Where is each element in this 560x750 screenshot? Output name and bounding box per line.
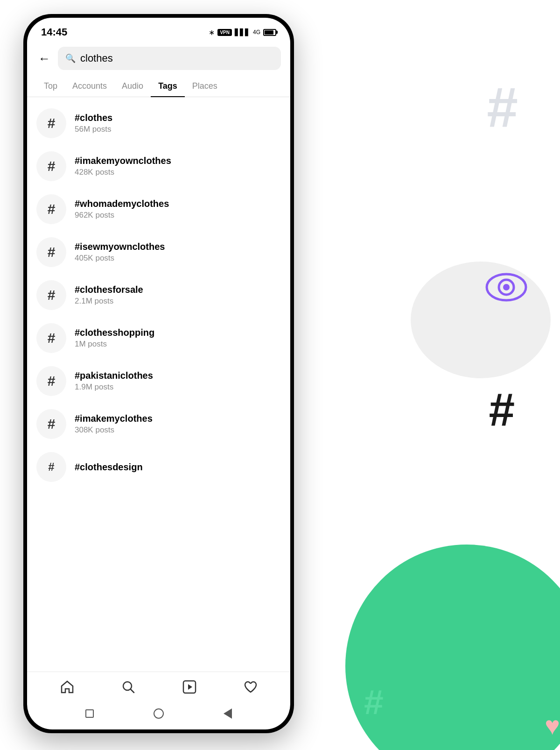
system-navigation	[27, 701, 290, 729]
hash-symbol: #	[48, 201, 56, 217]
tag-info-8: #clothesdesign	[75, 462, 281, 473]
tag-name-4: #clothesforsale	[75, 284, 281, 295]
tag-item-0[interactable]: # #clothes 56M posts	[27, 102, 290, 145]
tag-info-7: #imakemyclothes 308K posts	[75, 413, 281, 435]
tag-item-8[interactable]: # #clothesdesign	[27, 446, 290, 488]
tag-name-1: #imakemyownclothes	[75, 156, 281, 166]
decorative-blob	[411, 262, 551, 378]
tag-item-4[interactable]: # #clothesforsale 2.1M posts	[27, 274, 290, 317]
hash-symbol: #	[48, 287, 56, 303]
bluetooth-icon: ∗	[209, 28, 215, 37]
tag-info-6: #pakistaniclothes 1.9M posts	[75, 370, 281, 392]
tag-name-5: #clothesshopping	[75, 327, 281, 338]
decorative-eye-icon	[485, 271, 527, 305]
tag-info-0: #clothes 56M posts	[75, 113, 281, 134]
tab-audio[interactable]: Audio	[114, 76, 151, 97]
tag-count-1: 428K posts	[75, 168, 281, 177]
decorative-green-circle: ♥ #	[345, 545, 560, 750]
nav-home-button[interactable]	[60, 679, 75, 698]
network-icon: 4G	[253, 29, 260, 35]
tag-icon-7: #	[36, 409, 66, 439]
battery-icon	[263, 29, 276, 36]
tag-info-1: #imakemyownclothes 428K posts	[75, 156, 281, 177]
tag-count-7: 308K posts	[75, 425, 281, 435]
tag-info-5: #clothesshopping 1M posts	[75, 327, 281, 349]
decorative-hash-green: #	[364, 682, 434, 722]
phone-frame: 14:45 ∗ VPN ▋▋▋ 4G ← 🔍 clothes	[23, 14, 294, 733]
status-time: 14:45	[41, 26, 67, 38]
svg-point-1	[499, 280, 514, 295]
tag-item-6[interactable]: # #pakistaniclothes 1.9M posts	[27, 360, 290, 403]
hash-symbol: #	[48, 244, 56, 260]
tag-name-0: #clothes	[75, 113, 281, 123]
svg-line-4	[131, 689, 134, 693]
system-home-button[interactable]	[152, 707, 165, 720]
nav-activity-button[interactable]	[243, 679, 258, 698]
tag-icon-2: #	[36, 194, 66, 224]
tag-count-0: 56M posts	[75, 125, 281, 134]
svg-point-0	[487, 274, 526, 300]
hash-symbol: #	[48, 373, 56, 389]
decorative-hash-light: #	[487, 75, 513, 139]
tag-item-1[interactable]: # #imakemyownclothes 428K posts	[27, 145, 290, 188]
search-tabs: Top Accounts Audio Tags Places	[27, 76, 290, 97]
hash-symbol: #	[48, 416, 56, 432]
tag-icon-4: #	[36, 280, 66, 310]
vpn-badge: VPN	[217, 29, 232, 36]
phone-mockup: 14:45 ∗ VPN ▋▋▋ 4G ← 🔍 clothes	[23, 14, 294, 733]
tag-item-5[interactable]: # #clothesshopping 1M posts	[27, 317, 290, 360]
decorative-hash-dark: #	[489, 383, 511, 437]
hash-symbol: #	[48, 158, 56, 174]
tag-count-2: 962K posts	[75, 211, 281, 220]
signal-icon: ▋▋▋	[235, 28, 250, 36]
tab-accounts[interactable]: Accounts	[65, 76, 114, 97]
status-bar: 14:45 ∗ VPN ▋▋▋ 4G	[27, 18, 290, 43]
tag-icon-0: #	[36, 108, 66, 138]
tag-count-3: 405K posts	[75, 254, 281, 263]
tag-icon-1: #	[36, 151, 66, 181]
hash-symbol: #	[48, 330, 56, 346]
phone-screen: 14:45 ∗ VPN ▋▋▋ 4G ← 🔍 clothes	[27, 18, 290, 729]
tag-icon-5: #	[36, 323, 66, 353]
tab-top[interactable]: Top	[36, 76, 65, 97]
tag-count-5: 1M posts	[75, 340, 281, 349]
tag-count-6: 1.9M posts	[75, 382, 281, 392]
search-icon: 🔍	[65, 53, 76, 64]
tab-tags[interactable]: Tags	[151, 76, 185, 97]
bottom-navigation	[27, 672, 290, 701]
tag-name-2: #whomademyclothes	[75, 198, 281, 209]
tag-info-3: #isewmyownclothes 405K posts	[75, 241, 281, 263]
system-back-button[interactable]	[221, 707, 234, 720]
tag-icon-8: #	[36, 452, 66, 482]
search-box[interactable]: 🔍 clothes	[58, 47, 281, 70]
search-area: ← 🔍 clothes	[27, 43, 290, 76]
tag-icon-3: #	[36, 237, 66, 267]
tag-item-2[interactable]: # #whomademyclothes 962K posts	[27, 188, 290, 231]
search-query: clothes	[80, 52, 113, 64]
nav-search-button[interactable]	[121, 679, 136, 698]
tag-item-7[interactable]: # #imakemyclothes 308K posts	[27, 403, 290, 446]
back-button[interactable]: ←	[36, 50, 52, 68]
tag-list: # #clothes 56M posts # #imakemyownclothe…	[27, 97, 290, 672]
tag-info-4: #clothesforsale 2.1M posts	[75, 284, 281, 306]
status-icons: ∗ VPN ▋▋▋ 4G	[209, 28, 276, 37]
tag-item-3[interactable]: # #isewmyownclothes 405K posts	[27, 231, 290, 274]
hash-symbol: #	[48, 115, 56, 131]
svg-point-2	[503, 284, 510, 290]
nav-reels-button[interactable]	[182, 679, 197, 698]
decorative-heart: ♥	[545, 711, 560, 741]
hash-symbol: #	[48, 460, 54, 474]
tag-count-4: 2.1M posts	[75, 297, 281, 306]
tag-name-7: #imakemyclothes	[75, 413, 281, 424]
tag-info-2: #whomademyclothes 962K posts	[75, 198, 281, 220]
tag-name-8: #clothesdesign	[75, 462, 281, 473]
tab-places[interactable]: Places	[185, 76, 225, 97]
system-recent-button[interactable]	[83, 707, 96, 720]
tag-icon-6: #	[36, 366, 66, 396]
tag-name-6: #pakistaniclothes	[75, 370, 281, 381]
tag-name-3: #isewmyownclothes	[75, 241, 281, 252]
svg-marker-6	[188, 684, 192, 690]
